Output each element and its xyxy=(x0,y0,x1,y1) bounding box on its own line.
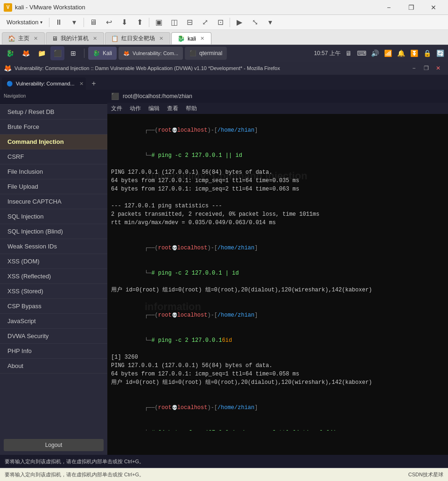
kali-taskbar: 🐉 🦊 📁 ⬛ ⊞ 🐉 Kali 🦊 Vulnerability: Com...… xyxy=(0,45,448,62)
toolbar-divider-2 xyxy=(84,18,84,27)
volume-icon[interactable]: 🔊 xyxy=(370,48,380,58)
tab-kali[interactable]: 🐉 kali ✕ xyxy=(171,32,211,44)
workstation-label: Workstation xyxy=(7,19,38,26)
sidebar-item-javascript[interactable]: JavaScript xyxy=(0,314,107,329)
sidebar-nav: Setup / Reset DB Brute Force Command Inj… xyxy=(0,105,107,374)
sidebar-item-csp[interactable]: CSP Bypass xyxy=(0,299,107,314)
view-dropdown-button[interactable]: ▾ xyxy=(263,16,278,29)
ff-tab-icon: 🔵 xyxy=(7,81,13,87)
tab-my-computer-close[interactable]: ✕ xyxy=(91,35,98,42)
tab-honri[interactable]: 📋 红日安全靶场 ✕ xyxy=(105,32,170,44)
firefox-task-icon: 🦊 xyxy=(123,50,130,57)
taskbar-divider xyxy=(84,49,84,58)
vm-settings-button[interactable]: 🖥 xyxy=(86,16,101,29)
sidebar-item-insecure[interactable]: Insecure CAPTCHA xyxy=(0,194,107,209)
refresh-icon[interactable]: 🔄 xyxy=(435,48,445,58)
ff-tab-close[interactable]: ✕ xyxy=(79,81,84,87)
terminal-line: └─# ping -c 2 127.0.0.1 | id xyxy=(111,261,444,286)
workstation-menu[interactable]: Workstation ▾ xyxy=(2,17,47,28)
firefox-window-title: Vulnerability: Command Injection :: Damn… xyxy=(14,65,408,71)
taskbar-firefox-button[interactable]: 🦊 Vulnerability: Com... xyxy=(119,47,183,60)
sidebar-item-phpinfo[interactable]: PHP Info xyxy=(0,344,107,359)
revert-button[interactable]: ↩ xyxy=(101,16,116,29)
terminal-menu-help[interactable]: 帮助 xyxy=(186,105,197,113)
minimize-button[interactable]: − xyxy=(378,1,399,14)
tab-kali-close[interactable]: ✕ xyxy=(199,35,205,42)
terminal-menu-file[interactable]: 文件 xyxy=(111,105,122,113)
monitor-icon[interactable]: 🖥 xyxy=(343,48,354,58)
terminal-body[interactable]: ┌──(root💀localhost)-[/home/zhian] └─# pi… xyxy=(107,114,448,431)
terminal-menu-action[interactable]: 动作 xyxy=(130,105,141,113)
terminal-menu-view[interactable]: 查看 xyxy=(167,105,178,113)
firefox-close-btn[interactable]: ✕ xyxy=(432,63,444,73)
notifications-icon[interactable]: 🔔 xyxy=(396,48,406,58)
main-content-area: Navigation Setup / Reset DB Brute Force … xyxy=(0,90,448,455)
close-button[interactable]: ✕ xyxy=(423,1,444,14)
sidebar-item-sqli[interactable]: SQL Injection xyxy=(0,209,107,224)
logout-button[interactable]: Logout xyxy=(4,439,104,451)
fullscreen-button[interactable]: ▣ xyxy=(151,16,166,29)
honri-icon: 📋 xyxy=(111,35,119,42)
bottom-status-text: 要将输入定向到该虚拟机，请在虚拟机内部单击或按 Ctrl+G。 xyxy=(5,471,144,478)
firefox-icon: 🦊 xyxy=(4,64,12,72)
play-button[interactable]: ▶ xyxy=(232,16,247,29)
tab-home-close[interactable]: ✕ xyxy=(32,35,39,42)
sidebar-item-sqli-blind[interactable]: SQL Injection (Blind) xyxy=(0,224,107,239)
tab-home[interactable]: 🏠 主页 ✕ xyxy=(2,32,45,44)
taskbar-kali-button[interactable]: 🐉 Kali xyxy=(88,47,117,60)
expand-button[interactable]: ⤢ xyxy=(197,16,212,29)
keyboard-icon[interactable]: ⌨ xyxy=(357,48,367,58)
terminal-line: ┌──(root💀localhost)-[/home/zhian] xyxy=(111,303,444,328)
taskbar-terminal-button[interactable]: ⬛ qterminal xyxy=(185,47,227,60)
sidebar-item-brute[interactable]: Brute Force xyxy=(0,120,107,134)
sidebar-item-xss-dom[interactable]: XSS (DOM) xyxy=(0,254,107,269)
firefox-minimize-btn[interactable]: − xyxy=(408,63,420,73)
download-icon[interactable]: ⏬ xyxy=(409,48,419,58)
sidebar-item-xss-stored[interactable]: XSS (Stored) xyxy=(0,284,107,299)
taskbar-terminal-icon-small[interactable]: ⬛ xyxy=(50,46,64,60)
terminal-line xyxy=(111,387,444,395)
sidebar-item-exec[interactable]: Command Injection xyxy=(0,134,107,149)
taskbar-firefox-icon[interactable]: 🦊 xyxy=(19,46,33,60)
firefox-tab-bar: 🔵 Vulnerability: Command... ✕ + xyxy=(0,75,448,90)
sidebar-item-upload[interactable]: File Upload xyxy=(0,179,107,194)
sidebar-item-file-inclusion[interactable]: File Inclusion xyxy=(0,164,107,179)
lock-icon[interactable]: 🔒 xyxy=(422,48,432,58)
toolbar-divider-4 xyxy=(230,18,230,27)
sidebar-item-xss-reflected[interactable]: XSS (Reflected) xyxy=(0,269,107,284)
suspend-button[interactable]: ⬇ xyxy=(117,16,132,29)
network-icon[interactable]: 📶 xyxy=(383,48,393,58)
app-icon: V xyxy=(4,3,12,12)
firefox-new-tab-btn[interactable]: + xyxy=(88,78,100,90)
kali-dragon-button[interactable]: 🐉 xyxy=(3,46,17,60)
kali-button-icon: 🐉 xyxy=(93,50,100,57)
terminal-menu-edit[interactable]: 编辑 xyxy=(148,105,160,113)
ff-tab-label: Vulnerability: Command... xyxy=(16,81,75,86)
taskbar-files-icon[interactable]: 📁 xyxy=(35,46,49,60)
taskbar-apps-icon[interactable]: ⊞ xyxy=(66,46,80,60)
restore-button[interactable]: ❐ xyxy=(400,1,422,14)
sidebar-item-csrf[interactable]: CSRF xyxy=(0,149,107,164)
split-view-button[interactable]: ◫ xyxy=(167,16,182,29)
tab-my-computer[interactable]: 🖥 我的计算机 ✕ xyxy=(46,32,104,44)
close-tab-button[interactable]: ⊟ xyxy=(182,16,197,29)
firefox-restore-btn[interactable]: ❐ xyxy=(420,63,432,73)
terminal-line: 64 bytes from 127.0.0.1: icmp_seq=1 ttl=… xyxy=(111,370,444,378)
sidebar-item-about[interactable]: About xyxy=(0,359,107,374)
toolbar-divider xyxy=(49,18,49,27)
fit-button[interactable]: ⤡ xyxy=(247,16,262,29)
chevron-down-icon: ▾ xyxy=(40,20,42,25)
bottom-bar: 要将输入定向到该虚拟机，请在虚拟机内部单击或按 Ctrl+G。 CSDN技术星球 xyxy=(0,468,448,481)
resume-button[interactable]: ⬆ xyxy=(132,16,147,29)
window-controls: − ❐ ✕ xyxy=(378,1,444,14)
tab-honri-close[interactable]: ✕ xyxy=(158,35,164,42)
sidebar-item-dvwa-security[interactable]: DVWA Security xyxy=(0,329,107,344)
sidebar-item-weak-session[interactable]: Weak Session IDs xyxy=(0,239,107,254)
terminal-line: PING 127.0.0.1 (127.0.0.1) 56(84) bytes … xyxy=(111,361,444,370)
tile-button[interactable]: ⊡ xyxy=(213,16,228,29)
pause-button[interactable]: ⏸ xyxy=(51,16,66,29)
pause-dropdown-button[interactable]: ▾ xyxy=(67,16,82,29)
firefox-active-tab[interactable]: 🔵 Vulnerability: Command... ✕ xyxy=(2,78,86,90)
terminal-line: └─# ping -c 2 127.0.0.16id xyxy=(111,328,444,353)
sidebar-item-setup[interactable]: Setup / Reset DB xyxy=(0,105,107,120)
